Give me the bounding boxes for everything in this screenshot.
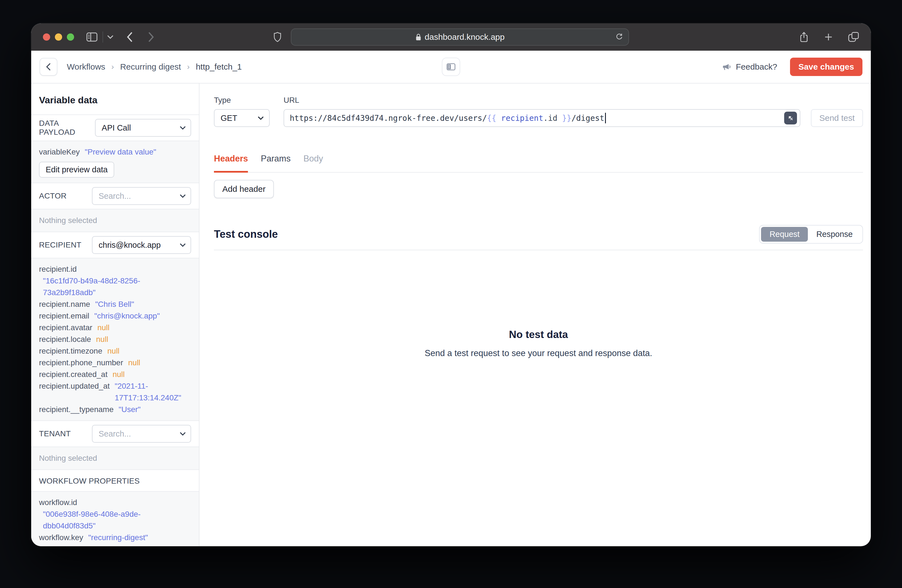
categories-count: 0 items — [134, 543, 159, 546]
field-key: recipient.phone_number — [39, 357, 123, 369]
browser-forward-icon[interactable] — [148, 31, 154, 42]
content-row: Variable data DATA PAYLOAD API Call vari… — [31, 83, 871, 546]
request-tabs: Headers Params Body — [214, 154, 863, 173]
tab-headers[interactable]: Headers — [214, 154, 248, 173]
recipient-field: recipient.name"Chris Bell" — [39, 299, 191, 310]
tab-body[interactable]: Body — [303, 154, 323, 173]
share-icon[interactable] — [799, 31, 809, 42]
browser-chrome: dashboard.knock.app — [31, 23, 871, 51]
breadcrumb-workflows[interactable]: Workflows — [67, 62, 105, 72]
add-header-button[interactable]: Add header — [214, 180, 274, 198]
empty-state: No test data Send a test request to see … — [214, 329, 863, 358]
field-value: null — [107, 345, 119, 357]
preview-key: variableKey — [39, 146, 80, 158]
toggle-sidebar-button[interactable] — [442, 58, 460, 76]
browser-window: dashboard.knock.app — [31, 23, 871, 546]
chevron-down-icon[interactable] — [107, 35, 114, 39]
field-key: workflow.id — [39, 497, 77, 508]
field-key: recipient.__typename — [39, 404, 114, 415]
field-key: recipient.created_at — [39, 369, 108, 380]
edit-preview-data-button[interactable]: Edit preview data — [39, 162, 114, 178]
breadcrumb-workflow-name[interactable]: Recurring digest — [120, 62, 181, 72]
browser-sidebar-icon[interactable] — [86, 32, 97, 42]
back-button[interactable] — [39, 58, 57, 76]
tenant-label: TENANT — [39, 429, 71, 438]
variable-data-sidebar: Variable data DATA PAYLOAD API Call vari… — [31, 83, 199, 546]
divider — [102, 31, 103, 42]
breadcrumb: Workflows › Recurring digest › http_fetc… — [67, 62, 242, 72]
close-window-button[interactable] — [43, 33, 50, 41]
address-bar-url: dashboard.knock.app — [425, 32, 505, 42]
tenant-empty-text: Nothing selected — [39, 452, 191, 464]
test-console-header: Test console Request Response — [214, 225, 863, 244]
recipient-label: RECIPIENT — [39, 241, 81, 249]
field-key: recipient.timezone — [39, 345, 102, 357]
toggle-request-button[interactable]: Request — [761, 227, 808, 242]
recipient-selected-value: chris@knock.app — [99, 241, 161, 250]
actor-placeholder: Search... — [99, 192, 131, 201]
save-changes-button[interactable]: Save changes — [790, 58, 863, 76]
recipient-row: RECIPIENT chris@knock.app — [31, 232, 199, 258]
open-editor-icon[interactable] — [784, 112, 797, 124]
preview-key-row: variableKey "Preview data value" — [39, 146, 191, 158]
workflow-properties-heading: WORKFLOW PROPERTIES — [31, 470, 199, 492]
minimize-window-button[interactable] — [55, 33, 62, 41]
data-payload-select[interactable]: API Call — [95, 119, 191, 137]
request-type-field: Type GET — [214, 96, 270, 127]
request-config-row: Type GET URL https://84c5df439d74.ngrok-… — [214, 96, 863, 127]
empty-state-title: No test data — [214, 329, 863, 341]
recipient-field-value: "16c1fd70-b49a-48d2-8256-73a2b9f18adb" — [39, 275, 191, 299]
chevron-down-icon — [179, 243, 186, 247]
recipient-field: recipient.localenull — [39, 333, 191, 345]
preview-value: "Preview data value" — [85, 146, 156, 158]
toggle-response-button[interactable]: Response — [808, 227, 861, 242]
browser-nav-controls — [86, 31, 154, 42]
field-value: "recurring-digest" — [88, 532, 148, 543]
app-header: Workflows › Recurring digest › http_fetc… — [31, 51, 871, 83]
tenant-empty-panel: Nothing selected — [31, 447, 199, 470]
request-url-field: URL https://84c5df439d74.ngrok-free.dev/… — [283, 96, 800, 127]
workflow-properties-label: WORKFLOW PROPERTIES — [39, 477, 139, 486]
data-payload-value: API Call — [102, 124, 131, 133]
feedback-link[interactable]: Feedback? — [722, 62, 777, 72]
preview-data-panel: variableKey "Preview data value" Edit pr… — [31, 141, 199, 183]
field-key: recipient.name — [39, 299, 90, 310]
chevron-down-icon — [257, 116, 264, 120]
actor-select[interactable]: Search... — [92, 187, 191, 205]
privacy-shield-icon[interactable] — [273, 32, 282, 42]
tab-params[interactable]: Params — [261, 154, 291, 173]
url-input[interactable]: https://84c5df439d74.ngrok-free.dev/user… — [283, 109, 800, 127]
field-key: recipient.id — [39, 263, 77, 275]
empty-state-description: Send a test request to see your request … — [214, 348, 863, 358]
traffic-lights — [43, 33, 74, 41]
tab-overview-icon[interactable] — [848, 32, 859, 42]
field-key: workflow.categories — [49, 543, 117, 546]
field-key: recipient.locale — [39, 333, 91, 345]
http-method-select[interactable]: GET — [214, 109, 270, 127]
tenant-placeholder: Search... — [99, 429, 131, 438]
actor-empty-panel: Nothing selected — [31, 210, 199, 232]
reload-icon[interactable] — [615, 33, 623, 41]
workflow-categories-row[interactable]: workflow.categories [ ] 0 items — [39, 543, 191, 546]
recipient-field: recipient.created_atnull — [39, 369, 191, 380]
recipient-select[interactable]: chris@knock.app — [92, 236, 191, 254]
recipient-data-panel: recipient.id "16c1fd70-b49a-48d2-8256-73… — [31, 258, 199, 421]
workflow-field-value: "006e938f-98e6-408e-a9de-dbb04d0f83d5" — [39, 508, 191, 532]
breadcrumb-separator: › — [111, 63, 114, 71]
zoom-window-button[interactable] — [67, 33, 74, 41]
desktop-background: dashboard.knock.app — [0, 0, 902, 588]
lock-icon — [415, 33, 421, 41]
browser-back-icon[interactable] — [127, 31, 133, 42]
workflow-field: workflow.key "recurring-digest" — [39, 532, 191, 543]
chevron-down-icon — [179, 125, 186, 130]
tenant-select[interactable]: Search... — [92, 425, 191, 443]
field-key: recipient.email — [39, 310, 89, 322]
field-value: "Chris Bell" — [95, 299, 134, 310]
send-test-button[interactable]: Send test — [811, 109, 863, 127]
field-value: "User" — [119, 404, 141, 415]
recipient-field: recipient.email"chris@knock.app" — [39, 310, 191, 322]
field-value: null — [97, 322, 110, 333]
address-bar[interactable]: dashboard.knock.app — [291, 28, 629, 46]
recipient-field: recipient.timezonenull — [39, 345, 191, 357]
new-tab-icon[interactable] — [824, 32, 833, 42]
